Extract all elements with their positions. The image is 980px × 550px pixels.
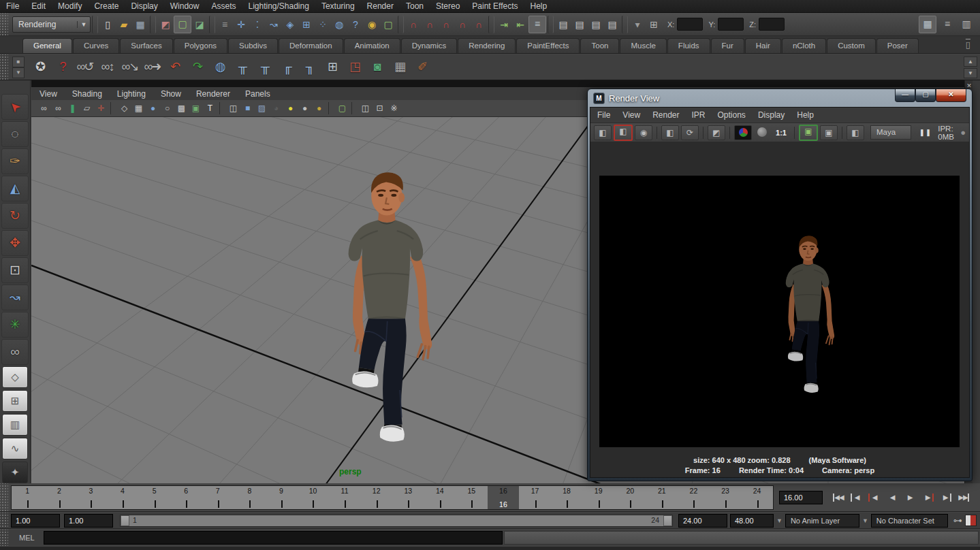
output-connections-icon[interactable]: ⇤	[512, 16, 528, 33]
x-coord-input[interactable]	[677, 18, 703, 31]
use-all-lights-icon[interactable]: ◕	[269, 102, 283, 115]
shelf-tab[interactable]: Polygons	[174, 38, 227, 53]
menu-item[interactable]: Assets	[205, 1, 242, 11]
shelf-tab[interactable]: Muscle	[620, 38, 666, 53]
shading-group-icon[interactable]: ◙	[366, 56, 388, 78]
shelf-item-style-button[interactable]: ■	[12, 56, 25, 67]
shelf-tab[interactable]: Fur	[711, 38, 744, 53]
time-slider-frame[interactable]: 24	[741, 486, 773, 509]
render-view-menu-item[interactable]: View	[622, 110, 640, 120]
range-start-handle[interactable]	[121, 515, 129, 526]
step-forward-frame-button[interactable]: ▶	[919, 491, 936, 504]
drag-handle[interactable]	[0, 530, 8, 546]
lock-icon[interactable]: ◉	[364, 16, 380, 33]
playback-end-field[interactable]: 24.00	[678, 514, 727, 528]
snap-to-points-icon[interactable]: ⁚	[249, 16, 266, 33]
help-icon[interactable]: ?	[51, 56, 74, 78]
playback-start-field[interactable]: 1.00	[64, 514, 113, 528]
time-slider-frame[interactable]: 18	[551, 486, 583, 509]
render-view-menu-item[interactable]: Render	[652, 110, 679, 120]
divider[interactable]	[328, 102, 333, 114]
attribute-editor-icon[interactable]: ▦	[919, 16, 936, 33]
delete-unused-nodes-icon[interactable]: ◍	[208, 56, 231, 78]
time-slider-frame[interactable]: 20	[614, 486, 646, 509]
move-tool[interactable]: ◭	[1, 176, 29, 201]
light-all-icon[interactable]: ●	[298, 102, 312, 115]
time-slider-frame[interactable]: 1	[12, 486, 44, 509]
command-language-label[interactable]: MEL	[11, 534, 44, 542]
channel-box-icon[interactable]: ▥	[958, 16, 975, 32]
divider[interactable]	[209, 16, 215, 33]
construction-history-icon[interactable]: ≡	[528, 16, 546, 33]
snap-help-icon[interactable]: ?	[347, 16, 364, 33]
range-end-handle[interactable]	[663, 515, 672, 526]
time-slider-frame[interactable]: 8	[234, 486, 266, 509]
hypergraph-icon[interactable]: ⊞	[321, 56, 343, 78]
select-hierarchy-icon[interactable]: ◩	[157, 16, 174, 33]
hypershade-layout-button[interactable]: ✦	[2, 462, 28, 483]
share-view-icon[interactable]: ※	[387, 102, 401, 115]
shelf-tab[interactable]: PaintEffects	[516, 38, 580, 53]
shelf-tab[interactable]: Toon	[580, 38, 619, 53]
time-slider-frame[interactable]: 11	[329, 486, 361, 509]
time-slider-frame[interactable]: 22	[678, 486, 710, 509]
divider[interactable]	[110, 102, 115, 114]
render-view-menu-item[interactable]: Help	[797, 110, 814, 120]
scroll-down-icon[interactable]: ▼	[964, 68, 977, 78]
shelf-tab[interactable]: Subdivs	[228, 38, 278, 53]
persp-graph-layout-button[interactable]: ∿	[2, 438, 28, 459]
time-slider-frame[interactable]: 4	[107, 486, 139, 509]
create-partition-icon[interactable]: ╥	[253, 56, 276, 78]
snapshot-icon[interactable]: ◉	[635, 125, 652, 140]
camera-orbit-icon[interactable]: ∞↺	[74, 56, 96, 78]
time-slider-frame[interactable]: 13	[392, 486, 424, 509]
snap-together-icon[interactable]: ⁘	[315, 16, 331, 33]
pane-cube-icon[interactable]: ◫	[358, 102, 373, 115]
camera-pivot-icon[interactable]: ✛	[94, 102, 108, 115]
menu-item[interactable]: Toon	[400, 1, 430, 11]
auto-keyframe-toggle[interactable]	[965, 515, 977, 526]
divider[interactable]	[219, 102, 224, 114]
scroll-up-icon[interactable]: ▲	[964, 56, 977, 67]
divider[interactable]	[703, 127, 704, 139]
snap-magnet-plane-icon[interactable]: ∩	[454, 16, 471, 33]
lattice-box-icon[interactable]: ▦	[388, 56, 411, 78]
time-slider-track[interactable]: 1 2 3 4 5	[11, 485, 774, 510]
time-slider-frame[interactable]: 2	[44, 486, 76, 509]
menu-item[interactable]: File	[0, 1, 25, 11]
menu-item[interactable]: Modify	[52, 1, 88, 11]
divider[interactable]	[794, 127, 795, 139]
time-slider-frame[interactable]: 9	[266, 486, 298, 509]
render-view-title-bar[interactable]: M Render View —▢✕	[588, 89, 972, 107]
render-view-menu-item[interactable]: File	[597, 110, 610, 120]
shelf-tab[interactable]: nCloth	[782, 38, 826, 53]
move-tool-snap-icon[interactable]: ✛	[233, 16, 249, 33]
camera-track-icon[interactable]: ∞↘	[118, 56, 141, 78]
single-pane-layout-button[interactable]: ◇	[2, 366, 28, 388]
remove-image-icon[interactable]: ▣	[820, 125, 838, 140]
divider[interactable]	[150, 16, 156, 33]
time-slider-frame[interactable]: 5	[138, 486, 170, 509]
step-back-frame-button[interactable]: ◀	[866, 491, 883, 504]
chevron-down-icon[interactable]: ▼	[776, 517, 783, 524]
go-to-end-button[interactable]: ▶▶	[955, 491, 971, 504]
time-slider-frame[interactable]: 23	[710, 486, 742, 509]
range-slider[interactable]: 1 24	[120, 515, 673, 527]
viewport-menu-item[interactable]: View	[39, 89, 57, 99]
time-slider-frame[interactable]: 7	[202, 486, 234, 509]
render-current-frame-icon[interactable]: ◧	[594, 125, 612, 140]
new-scene-icon[interactable]: ▯	[99, 16, 116, 33]
go-to-start-button[interactable]: ◀◀	[831, 491, 847, 504]
snap-magnet-grid-icon[interactable]: ∩	[405, 16, 422, 33]
time-slider-frame[interactable]: 21	[646, 486, 678, 509]
time-slider-frame[interactable]: 3	[75, 486, 107, 509]
rotate-tool[interactable]: ↻	[1, 203, 29, 229]
camera-attributes-icon[interactable]: ∞	[51, 102, 65, 115]
viewport-menu-item[interactable]: Show	[161, 89, 181, 99]
camera-dolly-icon[interactable]: ∞➜	[141, 56, 163, 78]
chevron-down-icon[interactable]: ▼	[77, 21, 90, 28]
scale-tool[interactable]: ✥	[1, 230, 29, 256]
time-slider-frame[interactable]: 10	[297, 486, 329, 509]
film-gate-icon[interactable]: ▦	[131, 102, 146, 115]
render-current-frame-icon[interactable]: ▤	[571, 16, 588, 33]
